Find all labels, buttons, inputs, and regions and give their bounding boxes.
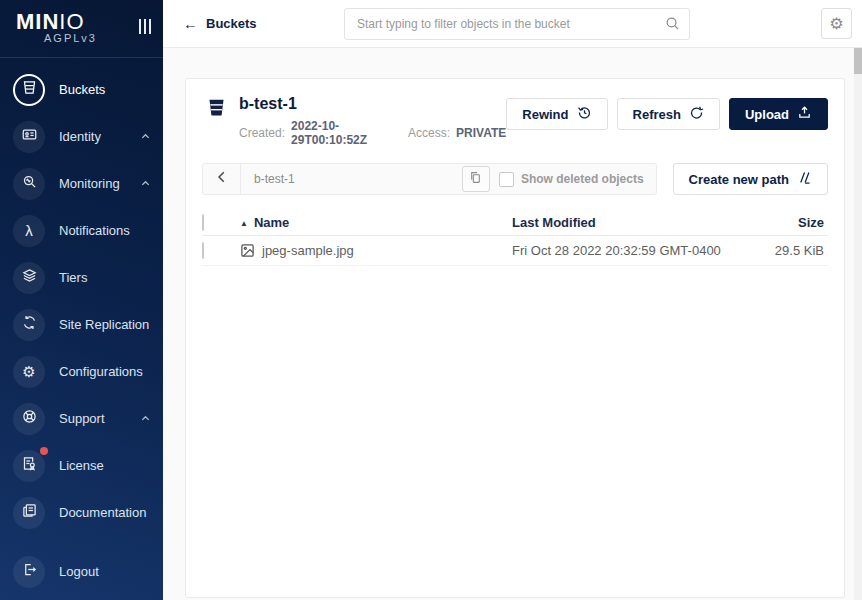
- refresh-button[interactable]: Refresh: [617, 98, 720, 130]
- object-last-modified: Fri Oct 28 2022 20:32:59 GMT-0400: [512, 243, 748, 258]
- select-all-checkbox[interactable]: [202, 214, 204, 231]
- sidebar-item-label: Monitoring: [59, 176, 120, 191]
- bucket-browser-panel: b-test-1 Created: 2022-10-29T00:10:52Z A…: [185, 78, 845, 598]
- sidebar-item-label: Buckets: [59, 82, 105, 97]
- sidebar-item-support[interactable]: Support: [0, 395, 163, 442]
- sidebar-item-logout[interactable]: Logout: [0, 548, 163, 595]
- bucket-title-block: b-test-1 Created: 2022-10-29T00:10:52Z A…: [239, 94, 506, 147]
- rewind-icon: [577, 105, 592, 123]
- new-path-icon: [797, 170, 812, 188]
- sidebar-item-label: Notifications: [59, 223, 130, 238]
- sidebar-item-label: Site Replication: [59, 317, 149, 332]
- created-value: 2022-10-29T00:10:52Z: [291, 119, 385, 147]
- column-header-size[interactable]: Size: [748, 215, 828, 230]
- path-toolbar: b-test-1 Show deleted objects Create new…: [202, 163, 828, 195]
- copy-icon: [469, 170, 482, 188]
- bucket-name: b-test-1: [239, 94, 506, 114]
- identity-card-icon: [22, 127, 37, 146]
- sidebar-item-label: Identity: [59, 129, 101, 144]
- minio-logo: MINIO: [16, 10, 149, 34]
- refresh-icon: [689, 105, 704, 123]
- sidebar-item-label: License: [59, 458, 104, 473]
- refresh-button-label: Refresh: [633, 107, 681, 122]
- show-deleted-toggle[interactable]: Show deleted objects: [499, 172, 644, 187]
- sidebar-item-configurations[interactable]: ⚙ Configurations: [0, 348, 163, 395]
- main-area: ← Buckets ⚙ b-test-1 Created:: [163, 0, 862, 600]
- row-checkbox[interactable]: [202, 242, 204, 259]
- search-icon: [665, 16, 680, 35]
- object-filter-input[interactable]: [344, 8, 690, 40]
- chevron-up-icon[interactable]: [140, 128, 151, 146]
- sidebar-item-buckets[interactable]: Buckets: [0, 66, 163, 113]
- documentation-icon: [22, 503, 37, 522]
- chevron-up-icon[interactable]: [140, 175, 151, 193]
- replication-icon: [22, 315, 37, 334]
- show-deleted-label: Show deleted objects: [521, 172, 644, 186]
- chevron-left-icon: [215, 170, 229, 188]
- monitoring-icon: [22, 174, 37, 193]
- sidebar-item-label: Documentation: [59, 505, 146, 520]
- sidebar-item-notifications[interactable]: λ Notifications: [0, 207, 163, 254]
- chevron-up-icon[interactable]: [140, 410, 151, 428]
- sidebar-item-monitoring[interactable]: Monitoring: [0, 160, 163, 207]
- table-header-row: ▲Name Last Modified Size: [202, 209, 828, 236]
- sidebar-collapse-icon[interactable]: [139, 19, 152, 34]
- created-label: Created:: [239, 126, 285, 140]
- sidebar-item-documentation[interactable]: Documentation: [0, 489, 163, 536]
- sidebar-item-license[interactable]: License: [0, 442, 163, 489]
- brand: MINIO AGPLv3: [0, 0, 163, 58]
- back-label: Buckets: [206, 16, 257, 31]
- sidebar-item-tiers[interactable]: Tiers: [0, 254, 163, 301]
- rewind-button[interactable]: Rewind: [506, 98, 607, 130]
- object-size: 29.5 KiB: [748, 243, 828, 258]
- bucket-meta: Created: 2022-10-29T00:10:52Z Access: PR…: [239, 119, 506, 147]
- column-header-name[interactable]: ▲Name: [240, 215, 512, 230]
- license-icon: [22, 456, 37, 475]
- objects-table: ▲Name Last Modified Size jpeg-sample.jpg…: [202, 209, 828, 266]
- layers-icon: [22, 268, 37, 287]
- lambda-icon: λ: [25, 223, 33, 238]
- bucket-header: b-test-1 Created: 2022-10-29T00:10:52Z A…: [202, 94, 828, 147]
- content-area: b-test-1 Created: 2022-10-29T00:10:52Z A…: [163, 48, 862, 600]
- gear-icon: ⚙: [829, 14, 843, 33]
- logout-icon: [22, 562, 37, 581]
- sidebar-item-label: Tiers: [59, 270, 87, 285]
- upload-button[interactable]: Upload: [729, 98, 828, 130]
- support-icon: [22, 409, 37, 428]
- sidebar-item-label: Configurations: [59, 364, 143, 379]
- path-back-button[interactable]: [203, 164, 241, 194]
- show-deleted-checkbox[interactable]: [499, 172, 514, 187]
- bucket-icon: [22, 80, 37, 99]
- sidebar: MINIO AGPLv3 Buckets Identity Monitoring: [0, 0, 163, 600]
- copy-path-button[interactable]: [462, 166, 490, 192]
- license-alert-badge: [40, 447, 48, 455]
- back-to-buckets-link[interactable]: ← Buckets: [183, 15, 257, 32]
- column-header-last-modified[interactable]: Last Modified: [512, 215, 748, 230]
- topbar: ← Buckets ⚙: [163, 0, 862, 48]
- vertical-scrollbar[interactable]: [854, 48, 862, 600]
- sidebar-item-identity[interactable]: Identity: [0, 113, 163, 160]
- table-row[interactable]: jpeg-sample.jpg Fri Oct 28 2022 20:32:59…: [202, 236, 828, 266]
- breadcrumb-path: b-test-1: [241, 172, 462, 186]
- image-file-icon: [240, 243, 255, 258]
- sidebar-item-site-replication[interactable]: Site Replication: [0, 301, 163, 348]
- sidebar-nav: Buckets Identity Monitoring λ Notificati…: [0, 58, 163, 600]
- create-new-path-label: Create new path: [689, 172, 789, 187]
- breadcrumb-bar: b-test-1 Show deleted objects: [202, 163, 657, 195]
- sidebar-item-label: Support: [59, 411, 105, 426]
- access-value: PRIVATE: [456, 126, 506, 140]
- access-label: Access:: [408, 126, 450, 140]
- bucket-actions: Rewind Refresh Upload: [506, 98, 828, 130]
- upload-button-label: Upload: [745, 107, 789, 122]
- gear-icon: ⚙: [22, 364, 35, 379]
- bucket-icon: [206, 97, 227, 122]
- object-name: jpeg-sample.jpg: [262, 243, 354, 258]
- sort-asc-icon: ▲: [240, 219, 248, 228]
- create-new-path-button[interactable]: Create new path: [673, 163, 828, 195]
- scrollbar-thumb[interactable]: [854, 48, 862, 74]
- settings-button[interactable]: ⚙: [821, 8, 852, 39]
- search-box: [344, 8, 690, 40]
- rewind-button-label: Rewind: [522, 107, 568, 122]
- sidebar-item-label: Logout: [59, 564, 99, 579]
- upload-icon: [797, 105, 812, 123]
